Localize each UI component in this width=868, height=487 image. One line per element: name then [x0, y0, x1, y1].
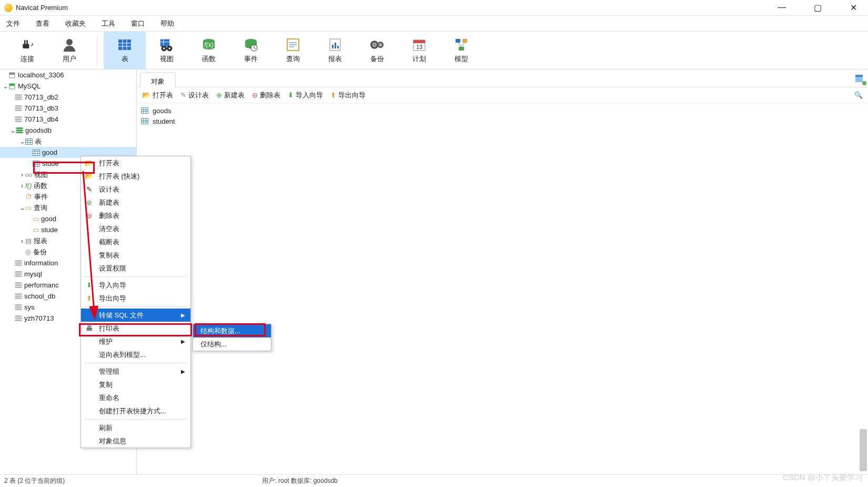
cm-open-fast[interactable]: 📂打开表 (快速) [81, 170, 190, 183]
cm-separator [84, 306, 187, 307]
toolbar-event[interactable]: 事件 [230, 32, 272, 69]
delete-table-button[interactable]: ⊖删除表 [252, 91, 280, 100]
toolbar-user-label: 用户 [63, 54, 76, 64]
tree-conn-localhost[interactable]: localhost_3306 [0, 69, 136, 81]
toolbar-connection[interactable]: 连接 [6, 32, 48, 69]
svg-rect-35 [413, 40, 425, 43]
cm-reverse[interactable]: 逆向表到模型... [81, 348, 190, 361]
chevron-right-icon: ▶ [181, 369, 185, 374]
toolbar-event-label: 事件 [244, 54, 258, 64]
tree-db[interactable]: 70713_db4 [0, 114, 136, 125]
svg-point-31 [374, 44, 375, 45]
cm-copy-table[interactable]: 复制表 [81, 249, 190, 262]
cm-info[interactable]: 对象信息 [81, 434, 190, 448]
cm-truncate[interactable]: 截断表 [81, 235, 190, 249]
toolbar-backup[interactable]: 备份 [356, 32, 398, 69]
svg-line-41 [461, 43, 465, 47]
svg-rect-28 [337, 46, 339, 48]
export-wizard-button[interactable]: ⬆导出向导 [330, 91, 366, 100]
svg-rect-27 [335, 43, 336, 48]
printer-icon: 🖶 [84, 324, 94, 333]
minimize-button[interactable]: — [771, 3, 792, 13]
menu-tools[interactable]: 工具 [102, 19, 115, 28]
cm-open-table[interactable]: 📂打开表 [81, 156, 190, 170]
toolbar-report[interactable]: 报表 [314, 32, 356, 69]
toolbar-query[interactable]: 查询 [272, 32, 314, 69]
app-logo-icon [4, 4, 13, 12]
svg-point-33 [379, 43, 382, 46]
toolbar-view[interactable]: 视图 [146, 32, 188, 69]
toolbar-table[interactable]: 表 [104, 32, 146, 69]
svg-rect-9 [160, 39, 170, 46]
menu-favorites[interactable]: 收藏夹 [65, 19, 86, 28]
toolbar-function[interactable]: f(x) 函数 [188, 32, 230, 69]
cm-new[interactable]: ⊕新建表 [81, 196, 190, 209]
cm-refresh[interactable]: 刷新 [81, 421, 190, 434]
menu-view[interactable]: 查看 [36, 19, 49, 28]
scrollbar[interactable] [860, 429, 867, 471]
toolbar-user[interactable]: 用户 [48, 32, 90, 69]
cm-delete[interactable]: ⊖删除表 [81, 209, 190, 222]
toolbar-plan[interactable]: 13 计划 [398, 32, 440, 69]
tree-conn-mysql[interactable]: ⌄MySQL [0, 81, 136, 92]
import-wizard-button[interactable]: ⬇导入向导 [288, 91, 323, 100]
app-title: Navicat Premium [16, 4, 68, 12]
search-icon[interactable]: 🔍 [854, 91, 863, 99]
query-icon [286, 37, 300, 52]
main-area: 对象 📂打开表 ✎设计表 ⊕新建表 ⊖删除表 ⬇导入向导 ⬆导出向导 🔍 goo… [137, 69, 868, 474]
toolbar-table-label: 表 [122, 54, 128, 64]
add-tab-button[interactable] [850, 69, 868, 87]
toolbar-function-label: 函数 [202, 54, 216, 64]
list-item[interactable]: goods [141, 105, 864, 116]
sub-structure-and-data[interactable]: 结构和数据... [193, 324, 271, 337]
toolbar-separator [97, 36, 97, 65]
sub-structure-only[interactable]: 仅结构... [193, 337, 271, 351]
svg-rect-47 [855, 75, 863, 77]
cm-shortcut[interactable]: 创建打开表快捷方式... [81, 404, 190, 418]
model-icon [454, 37, 469, 52]
context-menu: 📂打开表 📂打开表 (快速) ✎设计表 ⊕新建表 ⊖删除表 清空表 截断表 复制… [80, 156, 191, 448]
tree-db-goodsdb[interactable]: ⌄goodsdb [0, 125, 136, 136]
cm-print[interactable]: 🖶打印表 [81, 322, 190, 335]
svg-rect-38 [462, 39, 467, 43]
main-toolbar: 连接 用户 表 视图 f(x) 函数 事件 查询 报表 备份 13 计划 模型 [0, 32, 868, 69]
toolbar-model[interactable]: 模型 [440, 32, 482, 69]
cm-rename[interactable]: 重命名 [81, 391, 190, 404]
tree-db[interactable]: 70713_db2 [0, 92, 136, 103]
cm-manage-group[interactable]: 管理组▶ [81, 365, 190, 378]
open-table-button[interactable]: 📂打开表 [142, 91, 173, 100]
chevron-right-icon: ▶ [181, 339, 185, 344]
plug-icon [20, 37, 35, 52]
user-icon [62, 37, 77, 52]
new-table-button[interactable]: ⊕新建表 [216, 91, 245, 100]
chevron-right-icon: ▶ [181, 312, 185, 318]
cm-maintain[interactable]: 维护▶ [81, 335, 190, 348]
tree-db[interactable]: 70713_db3 [0, 103, 136, 114]
cm-design[interactable]: ✎设计表 [81, 183, 190, 196]
cm-empty[interactable]: 清空表 [81, 222, 190, 235]
svg-rect-39 [459, 47, 464, 51]
folder-open-icon: 📂 [84, 158, 94, 168]
object-toolbar: 📂打开表 ✎设计表 ⊕新建表 ⊖删除表 ⬇导入向导 ⬆导出向导 🔍 [137, 87, 868, 103]
backup-icon [370, 37, 385, 52]
cm-dump-sql[interactable]: 转储 SQL 文件▶ [81, 309, 190, 322]
cm-import[interactable]: ⬇导入向导 [81, 279, 190, 292]
close-button[interactable]: ✕ [843, 3, 864, 13]
list-item[interactable]: student [141, 116, 864, 126]
design-table-button[interactable]: ✎设计表 [180, 91, 209, 100]
cm-permissions[interactable]: 设置权限 [81, 262, 190, 275]
toolbar-query-label: 查询 [286, 54, 300, 64]
tab-objects[interactable]: 对象 [140, 72, 176, 87]
maximize-button[interactable]: ▢ [807, 3, 828, 13]
cm-export[interactable]: ⬆导出向导 [81, 292, 190, 305]
menu-file[interactable]: 文件 [6, 19, 20, 28]
menu-help[interactable]: 帮助 [160, 19, 174, 28]
toolbar-plan-label: 计划 [412, 54, 426, 64]
svg-point-3 [66, 39, 73, 45]
cm-copy[interactable]: 复制 [81, 378, 190, 391]
tree-tables-folder[interactable]: ⌄表 [0, 136, 136, 147]
svg-rect-2 [26, 40, 28, 44]
menu-window[interactable]: 窗口 [131, 19, 145, 28]
import-icon: ⬇ [84, 281, 94, 290]
function-icon: f(x) [201, 37, 216, 52]
